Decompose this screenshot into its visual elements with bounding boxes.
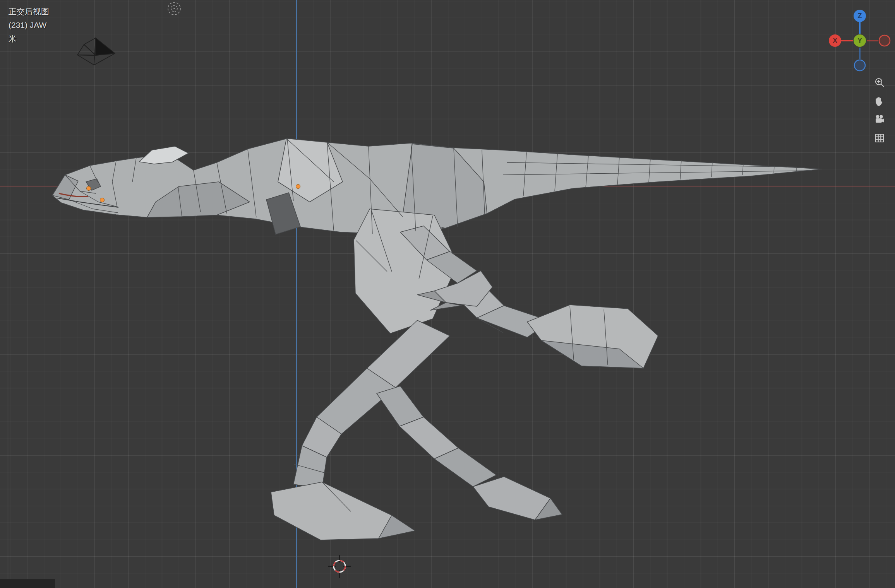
- hand-icon: [874, 95, 885, 107]
- viewport-nav-toolbar: [870, 76, 889, 145]
- camera-icon: [874, 114, 885, 125]
- perspective-toggle-button[interactable]: [873, 132, 886, 145]
- zoom-button[interactable]: [873, 76, 886, 89]
- gizmo-x-negative-ball[interactable]: [879, 35, 890, 46]
- navigation-gizmo[interactable]: Z X Y: [828, 9, 892, 72]
- magnifier-plus-icon: [874, 77, 885, 88]
- gizmo-y-label: Y: [857, 37, 862, 44]
- unit-label: 米: [9, 32, 49, 45]
- blender-3d-viewport: 正交后视图 (231) JAW 米: [0, 0, 895, 588]
- scene-canvas: [0, 0, 895, 588]
- gizmo-y-ball[interactable]: Y: [854, 34, 866, 47]
- gizmo-x-ball[interactable]: X: [829, 34, 841, 47]
- empty-object-icon[interactable]: [168, 2, 180, 15]
- active-object-label: (231) JAW: [9, 18, 49, 32]
- viewport-hud-text: 正交后视图 (231) JAW 米: [9, 5, 49, 45]
- paper-boat-object[interactable]: [77, 38, 115, 65]
- camera-view-button[interactable]: [873, 113, 886, 126]
- gizmo-z-negative-ball[interactable]: [854, 60, 865, 71]
- grid-icon: [874, 132, 885, 144]
- cursor-3d: [328, 555, 351, 578]
- gizmo-z-label: Z: [858, 12, 862, 20]
- pan-button[interactable]: [873, 94, 886, 108]
- gizmo-z-ball[interactable]: Z: [854, 10, 866, 22]
- adjacent-editor-corner: [0, 579, 55, 588]
- view-label: 正交后视图: [9, 5, 49, 18]
- dinosaur-mesh[interactable]: [52, 138, 822, 540]
- gizmo-x-label: X: [833, 37, 837, 44]
